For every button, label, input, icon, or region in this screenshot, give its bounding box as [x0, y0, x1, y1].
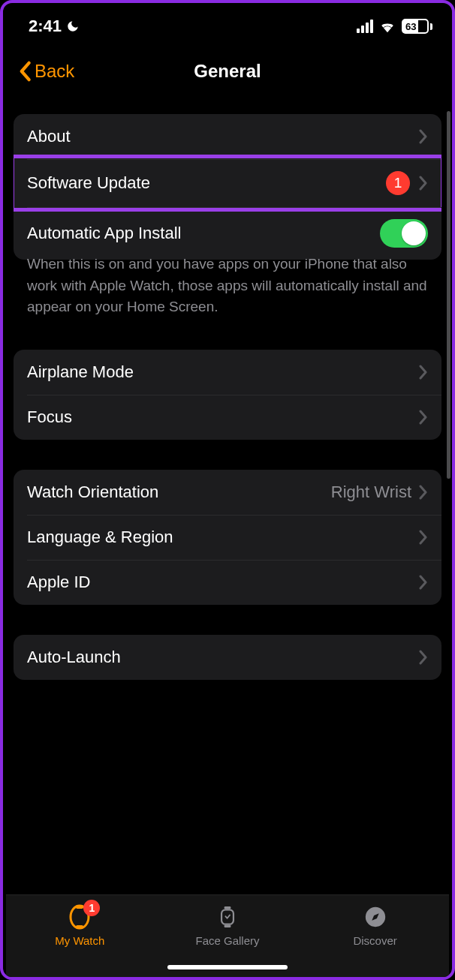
chevron-right-icon — [419, 365, 428, 380]
notification-badge: 1 — [83, 900, 100, 916]
chevron-right-icon — [419, 410, 428, 425]
back-button[interactable]: Back — [18, 61, 74, 82]
chevron-right-icon — [419, 129, 428, 144]
svg-rect-2 — [76, 925, 83, 929]
group-footer-text: When this is on and you have apps on you… — [14, 254, 441, 318]
row-label: Focus — [27, 407, 419, 427]
battery-icon: 63 — [402, 19, 432, 34]
chevron-left-icon — [18, 61, 32, 82]
settings-group-personal: Watch Orientation Right Wrist Language &… — [14, 470, 441, 605]
do-not-disturb-icon — [66, 20, 80, 33]
svg-rect-1 — [76, 905, 83, 909]
row-auto-launch[interactable]: Auto-Launch — [14, 635, 441, 680]
watch-icon: 1 — [67, 904, 92, 930]
back-label: Back — [35, 61, 74, 82]
row-software-update[interactable]: Software Update 1 — [14, 159, 441, 207]
wifi-icon — [379, 20, 396, 33]
row-language-region[interactable]: Language & Region — [14, 515, 441, 560]
home-indicator[interactable] — [167, 965, 288, 969]
row-about[interactable]: About — [14, 114, 441, 159]
row-label: Automatic App Install — [27, 224, 380, 243]
settings-group-general: About Software Update 1 Automatic App In… — [14, 114, 441, 260]
row-value: Right Wrist — [331, 482, 411, 502]
tab-discover[interactable]: Discover — [302, 904, 448, 947]
row-label: Software Update — [27, 173, 386, 193]
row-watch-orientation[interactable]: Watch Orientation Right Wrist — [14, 470, 441, 515]
row-apple-id[interactable]: Apple ID — [14, 560, 441, 605]
tab-face-gallery[interactable]: Face Gallery — [155, 904, 301, 947]
battery-level: 63 — [405, 21, 416, 32]
tab-my-watch[interactable]: 1 My Watch — [7, 904, 153, 947]
row-label: Airplane Mode — [27, 362, 419, 382]
tab-label: Face Gallery — [195, 934, 259, 947]
row-automatic-app-install[interactable]: Automatic App Install — [14, 207, 441, 260]
chevron-right-icon — [419, 485, 428, 500]
scroll-indicator[interactable] — [447, 111, 450, 479]
chevron-right-icon — [419, 650, 428, 665]
settings-group-connectivity: Airplane Mode Focus — [14, 350, 441, 440]
chevron-right-icon — [419, 176, 428, 191]
row-label: Watch Orientation — [27, 482, 331, 502]
status-right: 63 — [357, 19, 432, 34]
row-label: Auto-Launch — [27, 648, 419, 667]
chevron-right-icon — [419, 575, 428, 590]
cellular-signal-icon — [357, 20, 373, 33]
row-label: About — [27, 127, 419, 146]
compass-icon — [363, 904, 388, 930]
status-left: 2:41 — [29, 17, 80, 36]
tab-label: My Watch — [55, 934, 104, 947]
status-time: 2:41 — [29, 17, 62, 36]
tab-bar: 1 My Watch Face Gallery Discover — [6, 894, 449, 977]
chevron-right-icon — [419, 530, 428, 545]
row-airplane-mode[interactable]: Airplane Mode — [14, 350, 441, 395]
row-focus[interactable]: Focus — [14, 395, 441, 440]
row-label: Language & Region — [27, 528, 419, 547]
watch-face-icon — [215, 904, 240, 930]
notification-badge: 1 — [386, 171, 410, 195]
settings-group-auto: Auto-Launch — [14, 635, 441, 680]
tab-label: Discover — [353, 934, 396, 947]
content-area[interactable]: About Software Update 1 Automatic App In… — [3, 96, 452, 894]
status-bar: 2:41 63 — [3, 3, 452, 47]
svg-rect-5 — [224, 925, 231, 928]
toggle-switch[interactable] — [380, 219, 428, 248]
svg-rect-4 — [224, 906, 231, 909]
nav-header: Back General — [3, 47, 452, 96]
row-label: Apple ID — [27, 573, 419, 592]
